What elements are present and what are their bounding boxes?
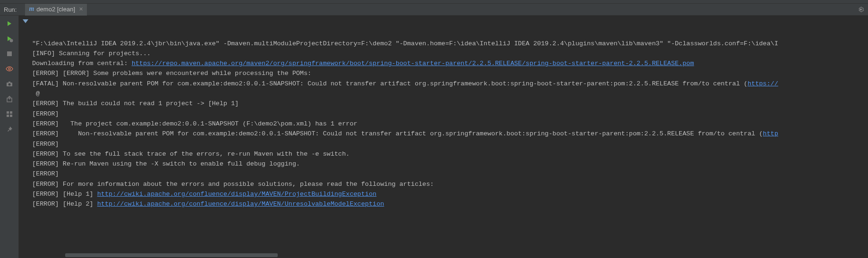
console-line: [INFO] Scanning for projects... — [32, 49, 868, 58]
console-line: [ERROR] [Help 2] http://cwiki.apache.org… — [32, 199, 868, 209]
console-text: @ — [32, 90, 40, 97]
console-line: [ERROR] The project com.example:demo2:0.… — [32, 119, 868, 129]
console-line: [FATAL] Non-resolvable parent POM for co… — [32, 79, 868, 89]
pin-icon[interactable] — [5, 125, 14, 133]
gear-icon[interactable] — [858, 6, 864, 13]
console-link[interactable]: https://repo.maven.apache.org/maven2/org… — [132, 60, 694, 67]
svg-rect-10 — [10, 115, 12, 117]
console-link[interactable]: http://cwiki.apache.org/confluence/displ… — [97, 200, 384, 208]
console-line: "F:\idea\IntelliJ IDEA 2019.2.4\jbr\bin\… — [32, 39, 868, 49]
console-line: [ERROR] — [32, 139, 868, 149]
console-wrapper: "F:\idea\IntelliJ IDEA 2019.2.4\jbr\bin\… — [19, 16, 868, 258]
tab-label: demo2 [clean] — [36, 6, 75, 13]
console-text: Downloading from central: — [32, 60, 132, 67]
console-text: [ERROR] The build could not read 1 proje… — [32, 100, 238, 107]
console-text: [ERROR] — [32, 141, 59, 148]
console-text: [ERROR] — [32, 170, 59, 177]
console-text: [ERROR] [Help 1] — [32, 191, 97, 198]
svg-point-0 — [9, 39, 13, 42]
scrollbar-thumb[interactable] — [65, 253, 278, 257]
collapse-icon[interactable] — [23, 19, 28, 23]
tool-gutter — [0, 16, 19, 258]
top-bar — [0, 0, 868, 4]
run-header: Run: m demo2 [clean] ✕ — [0, 4, 868, 16]
console-text: [ERROR] [Help 2] — [32, 200, 97, 208]
console-line: [ERROR] For more information about the e… — [32, 179, 868, 189]
maven-icon: m — [29, 5, 34, 13]
console-text: [ERROR] For more information about the e… — [32, 181, 434, 188]
console-line: @ — [32, 89, 868, 99]
export-icon[interactable] — [5, 95, 14, 103]
horizontal-scrollbar[interactable] — [32, 252, 868, 258]
main-area: "F:\idea\IntelliJ IDEA 2019.2.4\jbr\bin\… — [0, 16, 868, 258]
console-line: [ERROR] Non-resolvable parent POM for co… — [32, 129, 868, 139]
layout-icon[interactable] — [5, 110, 14, 118]
console-line: [ERROR] [ERROR] Some problems were encou… — [32, 68, 868, 78]
console-text: [FATAL] Non-resolvable parent POM for co… — [32, 80, 748, 87]
console-line: [ERROR] Re-run Maven using the -X switch… — [32, 159, 868, 169]
console-link[interactable]: http://cwiki.apache.org/confluence/displ… — [97, 191, 376, 198]
console-line: [ERROR] — [32, 169, 868, 179]
svg-rect-4 — [9, 82, 10, 83]
console-text: [INFO] Scanning for projects... — [32, 50, 151, 57]
console-line: [ERROR] [Help 1] http://cwiki.apache.org… — [32, 189, 868, 199]
console-left-icons — [19, 16, 32, 258]
console-text: "F:\idea\IntelliJ IDEA 2019.2.4\jbr\bin\… — [32, 40, 778, 47]
svg-rect-1 — [7, 51, 12, 56]
console-link[interactable]: http — [763, 130, 778, 137]
console-text: [ERROR] Non-resolvable parent POM for co… — [32, 130, 763, 137]
camera-icon[interactable] — [5, 80, 14, 88]
header-right — [858, 6, 868, 13]
stop-icon[interactable] — [5, 50, 14, 58]
console-line: [ERROR] To see the full stack trace of t… — [32, 149, 868, 159]
console-line: [ERROR] The build could not read 1 proje… — [32, 99, 868, 108]
console-line: [ERROR] — [32, 109, 868, 119]
show-icon[interactable] — [5, 65, 14, 73]
console-link[interactable]: https:// — [748, 80, 778, 87]
console-text: [ERROR] — [32, 110, 59, 117]
console-line: Downloading from central: https://repo.m… — [32, 58, 868, 68]
close-icon[interactable]: ✕ — [79, 6, 83, 12]
svg-rect-9 — [7, 115, 9, 117]
svg-point-5 — [8, 83, 10, 86]
console-output[interactable]: "F:\idea\IntelliJ IDEA 2019.2.4\jbr\bin\… — [32, 16, 868, 258]
console-text: [ERROR] Re-run Maven using the -X switch… — [32, 160, 300, 167]
rerun-failed-icon[interactable] — [5, 34, 14, 43]
console-text: [ERROR] To see the full stack trace of t… — [32, 150, 349, 158]
rerun-icon[interactable] — [5, 19, 14, 28]
console-text: [ERROR] [ERROR] Some problems were encou… — [32, 70, 311, 77]
console-text: [ERROR] The project com.example:demo2:0.… — [32, 120, 357, 127]
svg-rect-8 — [10, 111, 12, 114]
run-config-tab[interactable]: m demo2 [clean] ✕ — [25, 4, 87, 16]
svg-point-2 — [9, 68, 10, 70]
svg-rect-7 — [7, 111, 9, 114]
run-label: Run: — [4, 6, 25, 13]
